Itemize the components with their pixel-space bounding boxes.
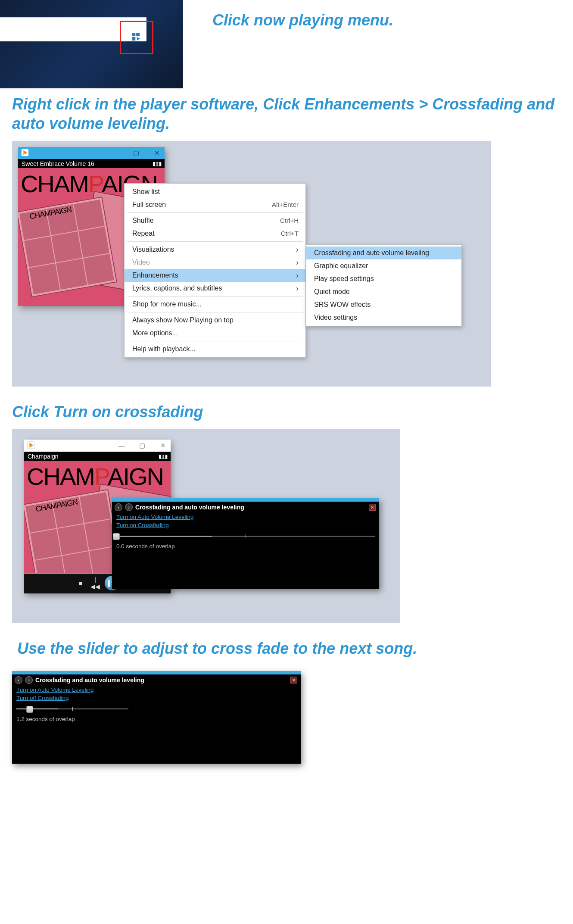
menu-item-visualizations[interactable]: Visualizations bbox=[125, 243, 305, 256]
submenu-item-equalizer[interactable]: Graphic equalizer bbox=[306, 259, 461, 272]
menu-item-more-options[interactable]: More options... bbox=[125, 327, 305, 340]
panel-title: Crossfading and auto volume leveling bbox=[35, 677, 144, 684]
enhancements-submenu: Crossfading and auto volume leveling Gra… bbox=[306, 244, 462, 326]
panel-close-icon[interactable]: ✕ bbox=[290, 677, 297, 684]
overlap-slider[interactable] bbox=[16, 705, 128, 712]
now-playing-icon[interactable] bbox=[132, 33, 141, 42]
menu-item-help[interactable]: Help with playback... bbox=[125, 343, 305, 356]
svg-marker-3 bbox=[137, 37, 140, 41]
menu-item-enhancements[interactable]: Enhancements bbox=[125, 269, 305, 282]
panel-header: ‹ › Crossfading and auto volume leveling… bbox=[112, 502, 379, 513]
minimize-button[interactable]: — bbox=[116, 442, 127, 450]
turn-on-crossfading-link[interactable]: Turn on Crossfading bbox=[112, 521, 379, 529]
panel-prev-icon[interactable]: ‹ bbox=[15, 676, 22, 684]
maximize-button[interactable]: ▢ bbox=[137, 442, 147, 450]
overlap-readout: 0.0 seconds of overlap bbox=[112, 541, 379, 556]
turn-off-crossfading-link[interactable]: Turn off Crossfading bbox=[12, 694, 301, 702]
menu-item-lyrics[interactable]: Lyrics, captions, and subtitles bbox=[125, 282, 305, 295]
step3-scene: — ▢ ✕ Champaign ◧◨ CHAMPAIGN CHAMPAIGN ■… bbox=[12, 429, 400, 623]
window-titlebar: — ▢ ✕ bbox=[18, 147, 165, 159]
minimize-button[interactable]: — bbox=[110, 150, 121, 157]
svg-rect-0 bbox=[132, 33, 135, 36]
menu-item-repeat[interactable]: RepeatCtrl+T bbox=[125, 227, 305, 240]
menu-item-full-screen[interactable]: Full screenAlt+Enter bbox=[125, 198, 305, 211]
window-titlebar: — ▢ ✕ bbox=[24, 440, 171, 452]
overlap-slider[interactable] bbox=[116, 533, 375, 540]
panel-titlebar bbox=[112, 498, 379, 502]
overlap-readout: 1.2 seconds of overlap bbox=[12, 714, 301, 728]
panel-close-icon[interactable]: ✕ bbox=[369, 504, 376, 511]
submenu-item-quiet-mode[interactable]: Quiet mode bbox=[306, 285, 461, 298]
panel-prev-icon[interactable]: ‹ bbox=[115, 503, 122, 511]
switch-view-icon[interactable]: ◧◨ bbox=[153, 161, 161, 167]
switch-view-icon[interactable]: ◧◨ bbox=[159, 453, 167, 459]
menu-item-show-list[interactable]: Show list bbox=[125, 185, 305, 198]
close-button[interactable]: ✕ bbox=[152, 149, 162, 157]
panel-titlebar bbox=[12, 671, 301, 674]
step4-scene: ‹ › Crossfading and auto volume leveling… bbox=[12, 671, 561, 764]
turn-on-auto-volume-link[interactable]: Turn on Auto Volume Leveling bbox=[12, 686, 301, 694]
svg-rect-1 bbox=[136, 33, 140, 36]
step1: Click now playing menu. bbox=[0, 0, 573, 88]
prev-button[interactable]: |◀◀ bbox=[90, 576, 100, 590]
submenu-item-srs-wow[interactable]: SRS WOW effects bbox=[306, 298, 461, 311]
panel-next-icon[interactable]: › bbox=[25, 676, 33, 684]
panel-header: ‹ › Crossfading and auto volume leveling… bbox=[12, 674, 301, 686]
turn-on-auto-volume-link[interactable]: Turn on Auto Volume Leveling bbox=[112, 513, 379, 521]
context-menu: Show list Full screenAlt+Enter ShuffleCt… bbox=[124, 183, 306, 358]
maximize-button[interactable]: ▢ bbox=[131, 149, 141, 157]
highlight-box bbox=[120, 21, 153, 54]
submenu-item-play-speed[interactable]: Play speed settings bbox=[306, 272, 461, 285]
submenu-item-crossfading[interactable]: Crossfading and auto volume leveling bbox=[306, 247, 461, 259]
panel-next-icon[interactable]: › bbox=[125, 503, 133, 511]
svg-rect-2 bbox=[132, 37, 135, 41]
submenu-item-video-settings[interactable]: Video settings bbox=[306, 311, 461, 324]
close-button[interactable]: ✕ bbox=[158, 442, 168, 450]
stop-button[interactable]: ■ bbox=[75, 580, 86, 587]
step1-instruction: Click now playing menu. bbox=[212, 10, 393, 30]
now-playing-title: Champaign bbox=[28, 453, 59, 460]
menu-item-shop[interactable]: Shop for more music... bbox=[125, 298, 305, 311]
crossfade-panel: ‹ › Crossfading and auto volume leveling… bbox=[112, 498, 379, 589]
panel-title: Crossfading and auto volume leveling bbox=[135, 504, 244, 511]
wmp-app-icon bbox=[21, 148, 29, 157]
menu-item-video: Video bbox=[125, 256, 305, 269]
now-playing-bar: Champaign ◧◨ bbox=[24, 452, 171, 461]
step4-instruction: Use the slider to adjust to cross fade t… bbox=[17, 639, 561, 658]
step1-screenshot bbox=[0, 0, 183, 88]
now-playing-bar: Sweet Embrace Volume 16 ◧◨ bbox=[18, 159, 165, 168]
menu-item-always-on-top[interactable]: Always show Now Playing on top bbox=[125, 314, 305, 327]
menu-item-shuffle[interactable]: ShuffleCtrl+H bbox=[125, 214, 305, 227]
step3-instruction: Click Turn on crossfading bbox=[12, 402, 561, 421]
now-playing-title: Sweet Embrace Volume 16 bbox=[22, 160, 94, 167]
step2-scene: — ▢ ✕ Sweet Embrace Volume 16 ◧◨ CHAMPAI… bbox=[12, 141, 491, 387]
crossfade-panel-2: ‹ › Crossfading and auto volume leveling… bbox=[12, 671, 301, 764]
wmp-app-icon bbox=[27, 441, 35, 450]
step2-instruction: Right click in the player software, Clic… bbox=[12, 94, 561, 133]
